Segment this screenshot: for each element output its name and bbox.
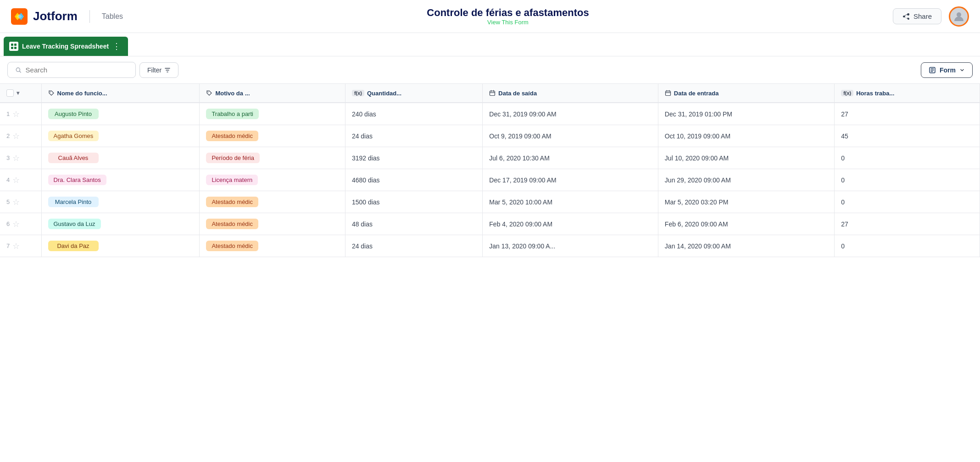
row-quantidade-cell: 24 dias (345, 125, 482, 147)
row-entrada-cell: Jul 10, 2020 09:00 AM (658, 147, 834, 169)
table-body: 1 ☆ Augusto Pinto Trabalho a parti 240 d… (0, 103, 980, 257)
share-label: Share (913, 12, 932, 20)
row-motivo-cell: Atestado médic (200, 125, 345, 147)
data-table: ▾ Nome do funcio... (0, 84, 980, 257)
motivo-badge: Atestado médic (206, 197, 258, 207)
row-quantidade: 1500 dias (352, 198, 380, 206)
filter-label: Filter (147, 66, 161, 74)
row-motivo-cell: Trabalho a parti (200, 103, 345, 125)
calendar-icon-2 (665, 90, 671, 96)
row-chevron-icon[interactable]: ▾ (17, 90, 19, 96)
row-saida: Jul 6, 2020 10:30 AM (489, 154, 550, 162)
row-quantidade-cell: 240 dias (345, 103, 482, 125)
row-entrada: Dec 31, 2019 01:00 PM (665, 110, 732, 118)
row-number: 6 (6, 220, 10, 227)
row-horas-cell: 27 (835, 103, 980, 125)
tag-icon (48, 90, 55, 96)
search-input[interactable] (26, 66, 128, 74)
fx-badge-2: f(x) (841, 90, 853, 96)
table-container: ▾ Nome do funcio... (0, 84, 980, 257)
svg-point-1 (908, 13, 909, 15)
svg-point-4 (957, 12, 961, 17)
row-star-button[interactable]: ☆ (12, 131, 20, 141)
row-quantidade: 240 dias (352, 110, 376, 118)
row-saida: Mar 5, 2020 10:00 AM (489, 198, 552, 206)
row-entrada-cell: Jun 29, 2020 09:00 AM (658, 169, 834, 191)
tab-menu-dots[interactable]: ⋮ (112, 41, 121, 51)
motivo-badge: Trabalho a parti (206, 109, 259, 119)
tab-grid-icon (9, 42, 18, 51)
row-nome-cell: Davi da Paz (41, 235, 200, 257)
row-horas: 0 (841, 198, 845, 206)
row-entrada-cell: Mar 5, 2020 03:20 PM (658, 191, 834, 213)
row-nome-cell: Augusto Pinto (41, 103, 200, 125)
row-number: 1 (6, 110, 10, 117)
row-star-button[interactable]: ☆ (12, 241, 20, 251)
motivo-badge: Período de féria (206, 153, 260, 163)
row-star-button[interactable]: ☆ (12, 175, 20, 185)
motivo-badge: Atestado médic (206, 131, 258, 141)
row-quantidade-cell: 4680 dias (345, 169, 482, 191)
motivo-badge: Licença matern (206, 175, 258, 185)
row-number: 4 (6, 176, 10, 183)
row-entrada: Jan 14, 2020 09:00 AM (665, 242, 731, 250)
row-horas-cell: 0 (835, 235, 980, 257)
row-entrada-cell: Oct 10, 2019 09:00 AM (658, 125, 834, 147)
row-quantidade: 48 dias (352, 220, 373, 228)
tables-label: Tables (102, 12, 123, 21)
row-horas-cell: 0 (835, 169, 980, 191)
svg-point-11 (50, 92, 50, 93)
table-row: 6 ☆ Gustavo da Luz Atestado médic 48 dia… (0, 213, 980, 235)
table-row: 3 ☆ Cauã Alves Período de féria 3192 dia… (0, 147, 980, 169)
row-quantidade: 3192 dias (352, 154, 380, 162)
filter-icon (164, 67, 171, 73)
row-quantidade-cell: 3192 dias (345, 147, 482, 169)
fx-badge-1: f(x) (352, 90, 364, 96)
filter-button[interactable]: Filter (139, 62, 178, 78)
search-box[interactable] (7, 62, 136, 78)
avatar[interactable] (949, 6, 969, 27)
share-icon (902, 13, 910, 20)
header: Jotform Tables Controle de férias e afas… (0, 0, 980, 33)
row-motivo-cell: Atestado médic (200, 213, 345, 235)
svg-rect-13 (490, 91, 495, 96)
row-horas: 27 (841, 220, 848, 228)
tab-bar: Leave Tracking Spreadsheet ⋮ (0, 33, 980, 56)
row-quantidade-cell: 1500 dias (345, 191, 482, 213)
row-horas-cell: 0 (835, 191, 980, 213)
form-icon (929, 66, 936, 74)
header-right: Share (893, 6, 969, 27)
row-horas: 0 (841, 242, 845, 250)
row-star-button[interactable]: ☆ (12, 219, 20, 229)
view-form-link[interactable]: View This Form (487, 19, 529, 26)
row-motivo-cell: Atestado médic (200, 235, 345, 257)
row-saida: Dec 31, 2019 09:00 AM (489, 110, 556, 118)
logo-text: Jotform (33, 9, 78, 23)
row-entrada-cell: Dec 31, 2019 01:00 PM (658, 103, 834, 125)
row-star-button[interactable]: ☆ (12, 197, 20, 207)
col-controls: ▾ (0, 84, 41, 103)
row-nome-cell: Marcela Pinto (41, 191, 200, 213)
row-star-button[interactable]: ☆ (12, 153, 20, 163)
col-quantidade: f(x) Quantidad... (345, 84, 482, 103)
row-quantidade-cell: 24 dias (345, 235, 482, 257)
row-number: 7 (6, 242, 10, 249)
table-row: 7 ☆ Davi da Paz Atestado médic 24 dias J… (0, 235, 980, 257)
row-entrada-cell: Jan 14, 2020 09:00 AM (658, 235, 834, 257)
col-horas-label: Horas traba... (856, 90, 894, 97)
nome-badge: Gustavo da Luz (48, 219, 101, 229)
table-row: 5 ☆ Marcela Pinto Atestado médic 1500 di… (0, 191, 980, 213)
share-button[interactable]: Share (893, 8, 941, 24)
table-row: 2 ☆ Agatha Gomes Atestado médic 24 dias … (0, 125, 980, 147)
svg-rect-6 (14, 44, 17, 46)
svg-rect-7 (11, 47, 13, 49)
row-star-button[interactable]: ☆ (12, 109, 20, 119)
form-button[interactable]: Form (921, 62, 973, 78)
row-controls-cell: 3 ☆ (0, 147, 41, 169)
row-controls-cell: 1 ☆ (0, 103, 41, 125)
select-all-checkbox[interactable] (6, 89, 14, 97)
row-nome-cell: Cauã Alves (41, 147, 200, 169)
motivo-badge: Atestado médic (206, 241, 258, 251)
leave-tracking-tab[interactable]: Leave Tracking Spreadsheet ⋮ (4, 37, 128, 56)
row-entrada: Jul 10, 2020 09:00 AM (665, 154, 729, 162)
